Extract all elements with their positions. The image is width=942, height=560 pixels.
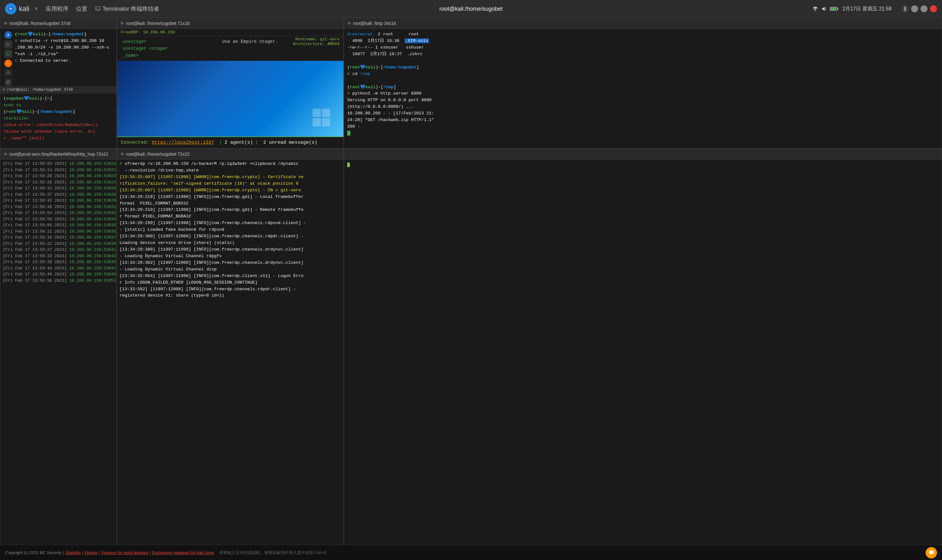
maximize-btn[interactable]: [920, 5, 928, 12]
pipe-2: |: [256, 140, 258, 145]
exclusive-link[interactable]: Exclusively released for Kali Linux: [152, 550, 214, 555]
pane-bm-content[interactable]: # xfreerdp /v:10.200.90.150 /u:hackerM /…: [117, 160, 344, 560]
terminal-area: ⊞ root@kali: /home/sugobet 37x8: [0, 18, 942, 560]
file-icon-sidebar[interactable]: [5, 78, 12, 86]
svg-marker-4: [822, 7, 825, 11]
recycle-icon[interactable]: [5, 69, 12, 77]
pane-top-left: ⊞ root@kali: /home/sugobet 37x8: [0, 18, 117, 148]
svg-rect-6: [837, 8, 838, 9]
pane-tm-title: root@kali: /home/sugobet 71x16: [126, 21, 190, 26]
status-bar: Copyright (c) 2021 BC Security | Starkil…: [0, 545, 942, 560]
empire-link[interactable]: Empire: [85, 550, 97, 555]
copyright-text: Copyright (c) 2021 BC Security |: [5, 550, 64, 555]
pane-br-header: [344, 149, 942, 160]
connected-label: Connected:: [121, 140, 149, 145]
sponsor-link[interactable]: Sponsor for extra features: [101, 550, 148, 555]
pane-top-middle: ⊞ root@kali: /home/sugobet 71x16 FreeRDP…: [117, 18, 344, 148]
svg-rect-23: [313, 118, 321, 126]
pane-bottom-left: ⊞ root@prod-serv:/tmp/hackerM/tmp/http_h…: [0, 148, 117, 560]
minimize-btn[interactable]: [911, 5, 918, 12]
pane-top-right: ⊞ root@kali: /tmp 34x16 drwxrwxrwt 2 roo…: [344, 18, 942, 148]
messages-label: 2 unread message(s): [263, 140, 317, 145]
agents-label: 2 agent(s): [225, 140, 253, 145]
svg-rect-7: [831, 8, 836, 10]
cmd-usestager: usestager: [120, 38, 220, 45]
terminal-label: Terminator 终端终结者: [95, 5, 159, 12]
system-tray: 2月17日 星期五 21:59: [812, 5, 937, 12]
firefox-icon-sidebar[interactable]: [5, 60, 12, 67]
split-icon-tr: ⊞: [348, 20, 350, 26]
split-icon-tl: ⊞: [4, 20, 7, 26]
app-menus: 应用程序 位置 Terminator 终端终结者: [46, 5, 812, 12]
split-icon-bm: ⊞: [121, 151, 123, 157]
pane-tl-sub-title: root@kali: /home/sugobet 37x8: [7, 87, 73, 93]
pane-bl-header: ⊞ root@prod-serv:/tmp/hackerM/tmp/http_h…: [0, 149, 116, 160]
terminator-label: Terminator 终端终结者: [102, 5, 159, 12]
hostname-label: Hostname: git-serv: [293, 37, 340, 42]
kali-logo: [5, 3, 16, 14]
svg-line-11: [8, 44, 9, 45]
places-menu[interactable]: 位置: [76, 5, 87, 12]
pane-bm-title: root@kali: /home/sugobet 72x22: [126, 152, 190, 157]
pane-bottom-right: █: [344, 148, 942, 560]
pipe-1: |: [219, 140, 222, 145]
pane-tl-content[interactable]: (root💙kali)-[/home/sugobet] # sshuttle -…: [0, 29, 116, 148]
pipe3: |: [99, 550, 100, 555]
pane-bl-content[interactable]: [Fri Feb 17 13:58:03 2023] 10.200.90.150…: [0, 160, 116, 560]
input-hint: 请将输入定向到虚拟机。请将鼠标指针移入其中或按 Ctrl+G.: [219, 550, 328, 555]
empire-url[interactable]: https://localhost:1337: [152, 140, 214, 145]
svg-rect-22: [322, 109, 330, 117]
empire-status-bar: Connected: https://localhost:1337 | 2 ag…: [117, 137, 344, 148]
pane-tr-header: ⊞ root@kali: /tmp 34x16: [344, 18, 942, 29]
cmd-usestager-arg: usestager <stager: [120, 45, 220, 52]
windows-wallpaper: [117, 61, 344, 137]
chat-bubble-icon[interactable]: [926, 547, 937, 558]
kali-close-btn[interactable]: ×: [34, 5, 38, 12]
svg-line-12: [9, 44, 9, 45]
kali-label: kali: [19, 5, 29, 13]
svg-rect-21: [313, 109, 321, 117]
system-topbar: kali × 应用程序 位置 Terminator 终端终结者 root@kal…: [0, 0, 942, 18]
pane-bottom-middle: ⊞ root@kali: /home/sugobet 72x22 # xfree…: [117, 148, 344, 560]
pane-tl-header: ⊞ root@kali: /home/sugobet 37x8: [0, 18, 116, 29]
close-window-btn[interactable]: [930, 5, 937, 12]
svg-point-3: [815, 10, 816, 11]
terminal-icon-sidebar[interactable]: [5, 50, 12, 58]
windows-logo: [312, 108, 331, 127]
pane-bl-title: root@prod-serv:/tmp/hackerM/tmp/http_hop…: [9, 152, 108, 157]
rdp-screen: [117, 61, 344, 137]
split-icon-tm: ⊞: [121, 20, 123, 26]
window-title: root@kali:/home/sugobet: [439, 6, 503, 12]
pane-tr-content[interactable]: drwxrwxrwt 2 root root 4096 2月17日 10:36 …: [344, 29, 942, 148]
architecture-label: Architecture: AMD64: [293, 42, 340, 46]
pipe4: |: [150, 550, 151, 555]
volume-icon: [821, 6, 827, 12]
host-info: Hostname: git-serv Architecture: AMD64: [293, 37, 340, 46]
pane-tm-header: ⊞ root@kali: /home/sugobet 71x16: [117, 18, 344, 29]
color-picker-icon: [902, 5, 908, 12]
pipe2: |: [82, 550, 83, 555]
cmd-name-arg: _name>: [120, 52, 220, 59]
battery-icon: [830, 7, 839, 11]
taskman-icon[interactable]: [5, 41, 12, 48]
rdp-info-bar: FreeRDP: 10.200.90.150: [117, 29, 344, 36]
pane-bm-header: ⊞ root@kali: /home/sugobet 72x22: [117, 149, 344, 160]
starkiller-link[interactable]: Starkiller: [65, 550, 81, 555]
pane-tl-title: root@kali: /home/sugobet 37x8: [9, 21, 70, 26]
svg-rect-24: [322, 118, 330, 126]
datetime: 2月17日 星期五 21:59: [842, 6, 891, 12]
pane-br-content[interactable]: █: [344, 160, 942, 560]
network-icon: [812, 6, 819, 12]
pane-tr-title: root@kali: /tmp 34x16: [353, 21, 396, 26]
kali-sidebar-icon[interactable]: [5, 31, 12, 39]
empire-commands: usestager Use an Empire stager. usestage…: [117, 36, 344, 61]
split-icon-bl: ⊞: [4, 151, 7, 157]
apps-menu[interactable]: 应用程序: [46, 5, 68, 12]
